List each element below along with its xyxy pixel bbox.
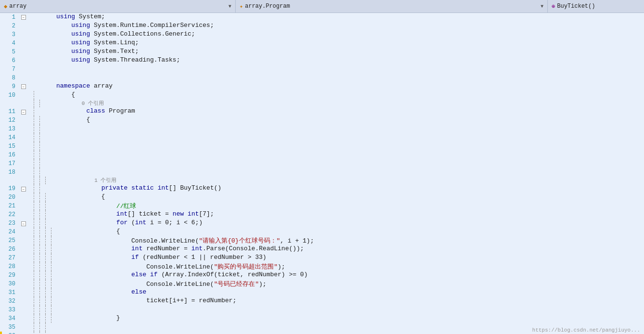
table-row: 5 using System.Text;	[0, 48, 644, 56]
table-row: 18	[0, 168, 644, 177]
code-area[interactable]: 1 − using System; 2 using System.Runtime…	[0, 13, 644, 334]
ref-hint-0: 0 个引用	[56, 101, 104, 106]
table-row: 19 − private static int[] BuyTicket()	[0, 184, 644, 193]
class-selector[interactable]: ✦ array.Program ▼	[236, 0, 548, 13]
collapse-btn[interactable]: −	[21, 15, 26, 20]
collapse-btn-for[interactable]: −	[21, 221, 26, 226]
collapse-btn-method[interactable]: −	[21, 187, 26, 192]
table-row: 4 using System.Linq;	[0, 39, 644, 48]
table-row: 1 − using System;	[0, 13, 644, 22]
table-row: 26 int redNumber = int.Parse(Console.Rea…	[0, 245, 644, 254]
ref-hint-1: 1 个引用	[56, 178, 116, 183]
table-row: 24 {	[0, 228, 644, 236]
table-row: 15	[0, 142, 644, 151]
table-row: 3 using System.Collections.Generic;	[0, 30, 644, 39]
table-row: 30 Console.WriteLine("号码已经存在");	[0, 280, 644, 288]
top-bar: ◆ array ▼ ✦ array.Program ▼ ⊕ BuyTicket(…	[0, 0, 644, 13]
table-row: 11 − class Program	[0, 107, 644, 116]
file-icon: ◆	[4, 3, 7, 10]
table-row: 2 using System.Runtime.CompilerServices;	[0, 22, 644, 30]
table-row: 7	[0, 65, 644, 74]
table-row: 6 using System.Threading.Tasks;	[0, 56, 644, 65]
table-row: 32 ticket[i++] = redNumber;	[0, 297, 644, 306]
table-row: 8	[0, 74, 644, 82]
class-dropdown-arrow[interactable]: ▼	[541, 4, 543, 9]
table-row: 14	[0, 133, 644, 142]
collapse-btn-class[interactable]: −	[21, 110, 26, 115]
table-row: 13	[0, 125, 644, 133]
file-dropdown-arrow[interactable]: ▼	[228, 4, 231, 9]
table-row: 34 }	[0, 314, 644, 323]
table-row: 23 − for (int i = 0; i < 6;)	[0, 219, 644, 228]
table-row: 25 Console.WriteLine("请输入第{0}个红球号码：", i …	[0, 236, 644, 245]
table-row: 33	[0, 306, 644, 314]
table-row: 29 else if (Array.IndexOf(ticket, redNum…	[0, 271, 644, 280]
table-row: 20 {	[0, 193, 644, 202]
file-selector[interactable]: ◆ array ▼	[0, 0, 236, 13]
yellow-indicator	[0, 332, 2, 334]
code-hint-row: 0 个引用	[0, 100, 644, 107]
class-icon: ✦	[240, 3, 243, 10]
table-row: 22 int[] ticket = new int[7];	[0, 210, 644, 219]
table-row: 27 if (redNumber < 1 || redNumber > 33)	[0, 254, 644, 262]
table-row: 16	[0, 151, 644, 159]
method-icon: ⊕	[552, 3, 555, 10]
file-name: array	[9, 3, 26, 10]
method-selector[interactable]: ⊕ BuyTicket()	[548, 0, 644, 13]
table-row: 9 − namespace array	[0, 82, 644, 91]
table-row: 10 {	[0, 91, 644, 100]
table-row: 21 //红球	[0, 202, 644, 210]
method-name: BuyTicket()	[557, 3, 595, 10]
table-row: 12 {	[0, 116, 644, 125]
class-name: array.Program	[245, 3, 290, 10]
table-row: 31 else	[0, 288, 644, 297]
code-editor: 1 − using System; 2 using System.Runtime…	[0, 13, 644, 334]
code-hint-row: 1 个引用	[0, 177, 644, 184]
collapse-btn-namespace[interactable]: −	[21, 84, 26, 89]
table-row: 17	[0, 159, 644, 168]
watermark: https://blog.csdn.net/pangjiuyo...	[532, 327, 640, 333]
table-row: 28 Console.WriteLine("购买的号码超出范围");	[0, 262, 644, 271]
